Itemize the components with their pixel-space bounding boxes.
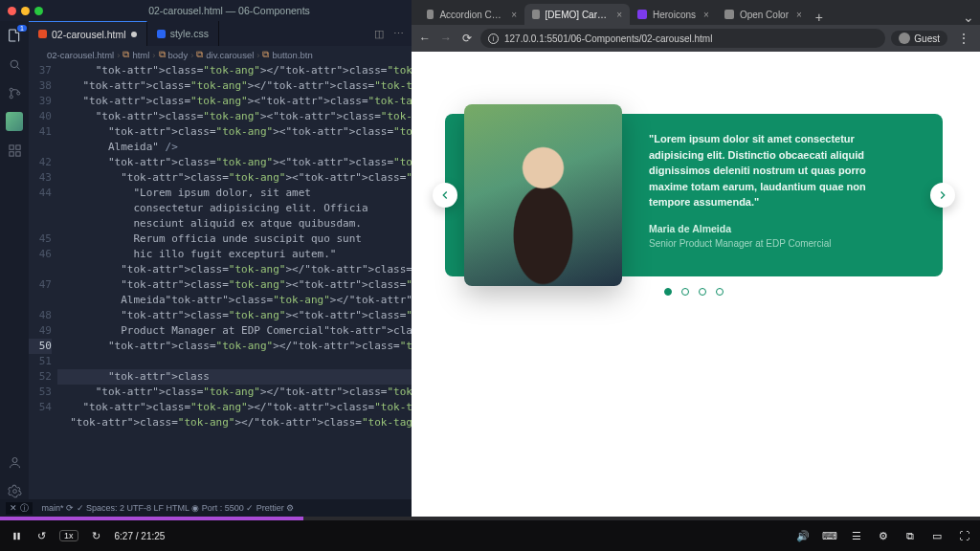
svg-point-2 bbox=[10, 95, 12, 98]
svg-point-9 bbox=[12, 489, 16, 493]
carousel-dot[interactable] bbox=[699, 288, 706, 296]
favicon-icon bbox=[427, 10, 434, 19]
search-icon[interactable] bbox=[6, 55, 23, 73]
svg-rect-11 bbox=[17, 532, 19, 539]
play-pause-button[interactable] bbox=[10, 529, 23, 542]
carousel-next-button[interactable] bbox=[930, 183, 955, 208]
svg-rect-4 bbox=[9, 144, 12, 148]
extensions-icon[interactable] bbox=[6, 142, 23, 159]
status-problems[interactable]: ✕ ⓘ bbox=[6, 502, 33, 515]
split-editor-icon[interactable]: ◫ bbox=[374, 28, 384, 40]
carousel-prev-button[interactable] bbox=[433, 183, 457, 208]
close-tab-icon[interactable]: × bbox=[511, 10, 517, 20]
svg-rect-7 bbox=[15, 151, 19, 155]
minimize-window-icon[interactable] bbox=[21, 7, 30, 15]
close-window-icon[interactable] bbox=[8, 7, 16, 15]
more-icon[interactable]: ⋯ bbox=[393, 28, 404, 40]
forward-icon[interactable]: → bbox=[438, 31, 454, 46]
carousel-dots bbox=[664, 288, 724, 296]
time-display: 6:27 / 21:25 bbox=[115, 531, 166, 541]
browser-tab[interactable]: [DEMO] Carousel C× bbox=[524, 4, 630, 25]
html-file-icon bbox=[36, 51, 44, 58]
window-traffic-lights[interactable] bbox=[8, 7, 43, 15]
favicon-icon bbox=[637, 10, 647, 19]
carousel-dot[interactable] bbox=[681, 288, 689, 296]
explorer-icon[interactable]: 1 bbox=[6, 27, 23, 44]
html-file-icon bbox=[38, 30, 47, 38]
transcript-icon[interactable]: ⌨ bbox=[823, 529, 836, 542]
breadcrumb[interactable]: 02-carousel.html› ⧉html› ⧉body› ⧉div.car… bbox=[29, 46, 412, 63]
vscode-window: 02-carousel.html — 06-Components 1 bbox=[0, 0, 412, 517]
reload-icon[interactable]: ⟳ bbox=[459, 31, 475, 46]
captions-icon[interactable]: ☰ bbox=[850, 529, 863, 542]
settings-gear-icon[interactable] bbox=[6, 482, 23, 499]
account-icon[interactable] bbox=[6, 453, 23, 471]
activity-bar: 1 bbox=[0, 21, 29, 499]
theater-icon[interactable]: ▭ bbox=[930, 529, 944, 542]
url-text: 127.0.0.1:5501/06-Components/02-carousel… bbox=[504, 33, 712, 44]
avatar-icon bbox=[899, 33, 910, 44]
forward-button[interactable]: ↻ bbox=[90, 529, 103, 542]
rewind-button[interactable]: ↺ bbox=[34, 529, 48, 542]
browser-tab[interactable]: Open Color× bbox=[717, 4, 810, 25]
svg-rect-6 bbox=[9, 151, 12, 155]
playback-rate[interactable]: 1x bbox=[59, 530, 78, 541]
tab-label: 02-carousel.html bbox=[52, 29, 126, 40]
tab-carousel-html[interactable]: 02-carousel.html bbox=[29, 21, 147, 46]
close-tab-icon[interactable]: × bbox=[703, 10, 709, 20]
source-control-icon[interactable] bbox=[6, 84, 23, 101]
site-info-icon[interactable]: i bbox=[488, 33, 499, 44]
css-file-icon bbox=[157, 30, 166, 38]
svg-rect-5 bbox=[15, 144, 19, 148]
tab-label: style.css bbox=[170, 28, 209, 39]
browser-window: Accordion Compone× [DEMO] Carousel C× He… bbox=[412, 0, 980, 517]
new-tab-button[interactable]: + bbox=[810, 10, 829, 25]
favicon-icon bbox=[532, 10, 540, 19]
address-bar[interactable]: i 127.0.0.1:5501/06-Components/02-carous… bbox=[480, 29, 885, 48]
svg-point-3 bbox=[16, 91, 19, 94]
volume-icon[interactable]: 🔊 bbox=[796, 529, 810, 542]
tab-style-css[interactable]: style.css bbox=[147, 21, 219, 46]
carousel-dot[interactable] bbox=[664, 288, 672, 296]
svg-point-1 bbox=[10, 88, 12, 91]
carousel-dot[interactable] bbox=[716, 288, 724, 296]
browser-tab[interactable]: Heroicons× bbox=[630, 4, 717, 25]
tab-dirty-icon bbox=[131, 32, 137, 37]
svg-rect-10 bbox=[13, 532, 15, 539]
browser-tabstrip: Accordion Compone× [DEMO] Carousel C× He… bbox=[412, 0, 980, 25]
settings-icon[interactable]: ⚙ bbox=[877, 529, 890, 542]
testimonial-job: Senior Product Manager at EDP Comercial bbox=[649, 236, 906, 251]
tab-overflow-icon[interactable]: ⌄ bbox=[957, 10, 980, 25]
favicon-icon bbox=[724, 10, 734, 19]
browser-menu-icon[interactable]: ⋮ bbox=[953, 31, 974, 46]
page-viewport: "Lorem ipsum dolor sit amet consectetur … bbox=[412, 52, 980, 517]
thumbnail-icon[interactable] bbox=[6, 113, 23, 130]
close-tab-icon[interactable]: × bbox=[616, 10, 622, 20]
back-icon[interactable]: ← bbox=[417, 31, 433, 46]
explorer-badge: 1 bbox=[17, 25, 27, 32]
fullscreen-icon[interactable]: ⛶ bbox=[957, 529, 970, 542]
testimonial-text: "Lorem ipsum dolor sit amet consectetur … bbox=[649, 131, 906, 210]
vscode-title: 02-carousel.html — 06-Components bbox=[55, 5, 404, 16]
toolbar: ← → ⟳ i 127.0.0.1:5501/06-Components/02-… bbox=[412, 25, 980, 52]
status-bar[interactable]: ✕ ⓘ main* ⟳ ✓ Spaces: 2 UTF-8 LF HTML ◉ … bbox=[0, 499, 412, 517]
svg-point-8 bbox=[12, 457, 17, 462]
testimonial-photo bbox=[464, 104, 622, 286]
vscode-titlebar: 02-carousel.html — 06-Components bbox=[0, 0, 412, 21]
progress-bar[interactable] bbox=[0, 517, 980, 520]
carousel: "Lorem ipsum dolor sit amet consectetur … bbox=[445, 114, 943, 276]
testimonial-author: Maria de Almeida bbox=[649, 222, 906, 237]
profile-button[interactable]: Guest bbox=[891, 31, 947, 46]
maximize-window-icon[interactable] bbox=[34, 7, 43, 15]
editor-tabs: 02-carousel.html style.css ◫ ⋯ bbox=[29, 21, 412, 46]
video-player-bar: ↺ 1x ↻ 6:27 / 21:25 🔊 ⌨ ☰ ⚙ ⧉ ▭ ⛶ bbox=[0, 517, 980, 551]
close-tab-icon[interactable]: × bbox=[796, 10, 802, 20]
browser-tab[interactable]: Accordion Compone× bbox=[419, 4, 524, 25]
code-editor[interactable]: 37 38 39 40 41 42 43 44 45 46 47 48 49 5… bbox=[29, 63, 412, 499]
svg-point-0 bbox=[11, 60, 18, 68]
pip-icon[interactable]: ⧉ bbox=[903, 529, 917, 542]
